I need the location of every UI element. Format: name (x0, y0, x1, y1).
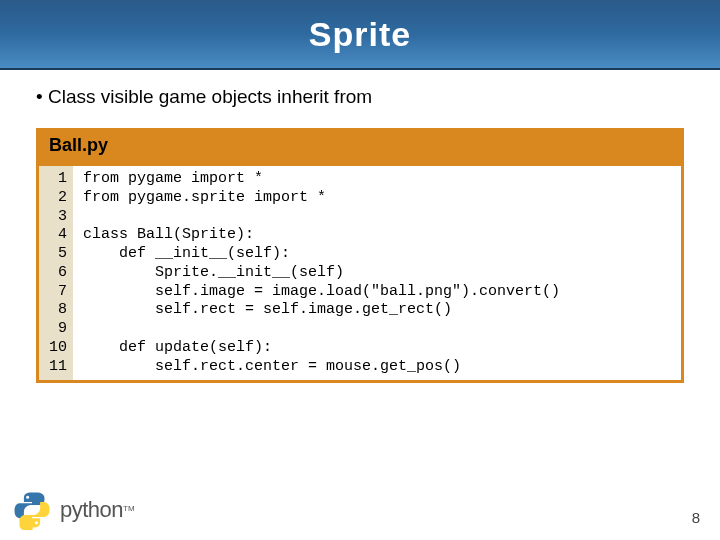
code-source: from pygame import * from pygame.sprite … (73, 166, 681, 380)
python-logo-icon (12, 490, 52, 530)
trademark-symbol: TM (123, 504, 135, 513)
footer-logo: pythonTM (12, 490, 135, 530)
slide-title: Sprite (309, 15, 411, 54)
page-number: 8 (692, 509, 700, 526)
line-number-gutter: 1 2 3 4 5 6 7 8 9 10 11 (39, 166, 73, 380)
slide: Sprite Class visible game objects inheri… (0, 0, 720, 540)
python-word: python (60, 497, 123, 522)
title-bar: Sprite (0, 0, 720, 70)
code-block: Ball.py 1 2 3 4 5 6 7 8 9 10 11 from pyg… (36, 128, 684, 383)
code-body: 1 2 3 4 5 6 7 8 9 10 11 from pygame impo… (36, 163, 684, 383)
slide-body: Class visible game objects inherit from … (0, 70, 720, 383)
python-wordmark: pythonTM (60, 497, 135, 523)
bullet-text: Class visible game objects inherit from (36, 86, 684, 108)
code-filename: Ball.py (36, 128, 684, 163)
